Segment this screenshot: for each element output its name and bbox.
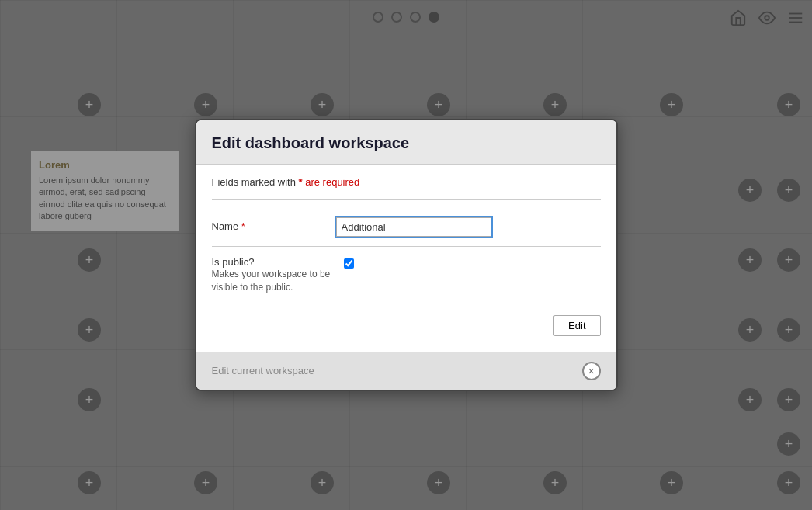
edit-workspace-modal: Edit dashboard workspace Fields marked w… — [195, 119, 618, 391]
modal-body: Fields marked with * are required Name *… — [196, 165, 616, 352]
name-control — [336, 217, 601, 237]
is-public-label: Is public? Makes your workspace to be vi… — [212, 256, 336, 294]
required-prefix: Fields marked with — [212, 176, 296, 188]
modal-title: Edit dashboard workspace — [212, 134, 601, 152]
edit-button[interactable]: Edit — [553, 315, 600, 336]
required-asterisk: * — [299, 176, 303, 188]
is-public-description: Makes your workspace to be visible to th… — [212, 269, 331, 293]
is-public-row: Is public? Makes your workspace to be vi… — [212, 247, 601, 304]
modal-overlay: Edit dashboard workspace Fields marked w… — [0, 0, 812, 510]
modal-footer: Edit current workspace × — [196, 352, 616, 390]
modal-close-button[interactable]: × — [582, 362, 601, 380]
name-label: Name * — [212, 217, 336, 232]
form-divider-top — [212, 199, 601, 200]
name-asterisk: * — [241, 220, 245, 232]
footer-text: Edit current workspace — [212, 365, 314, 376]
is-public-checkbox[interactable] — [344, 258, 354, 269]
required-suffix: are required — [305, 176, 359, 188]
required-notice: Fields marked with * are required — [212, 176, 601, 188]
form-actions: Edit — [212, 304, 601, 336]
name-input[interactable] — [336, 217, 491, 237]
name-field-row: Name * — [212, 208, 601, 247]
modal-header: Edit dashboard workspace — [196, 120, 616, 165]
